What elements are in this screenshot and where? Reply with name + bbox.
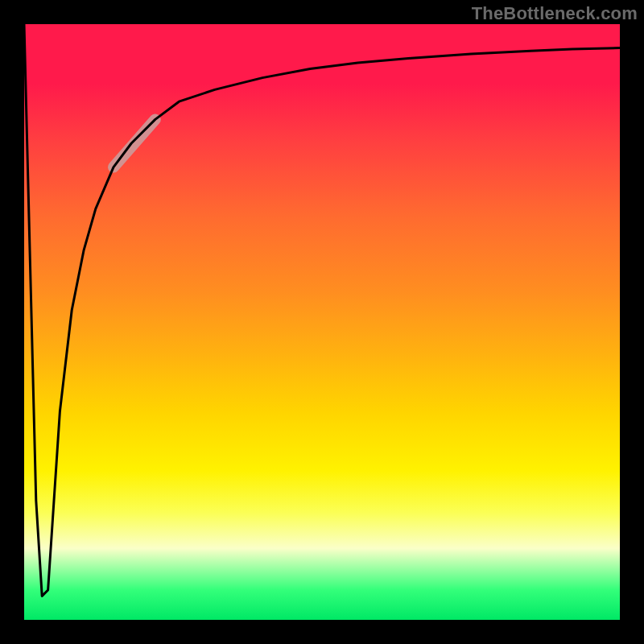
watermark-label: TheBottleneck.com: [472, 3, 638, 24]
plot-area: [24, 24, 620, 620]
curve-svg: [24, 24, 620, 620]
chart-container: TheBottleneck.com: [0, 0, 644, 644]
curve-line: [24, 24, 620, 596]
